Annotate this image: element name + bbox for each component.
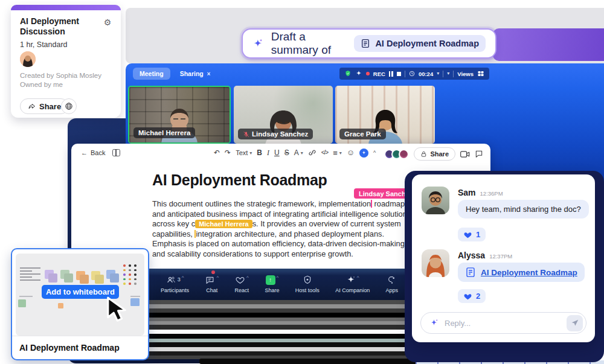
owned-by: Owned by me <box>20 80 101 89</box>
ai-sparkle-icon <box>361 150 367 156</box>
sticky-cluster-orange <box>76 271 85 280</box>
chevron-up-icon[interactable]: ^ <box>216 275 219 280</box>
video-tile-grace[interactable]: Grace Park <box>335 86 435 144</box>
security-shield-icon <box>344 70 352 77</box>
gear-icon[interactable]: ⚙ <box>100 15 115 30</box>
sketch-shape-orange <box>58 303 63 308</box>
avatar-portrait <box>422 249 449 277</box>
dot-voting-grid <box>123 264 137 285</box>
whiteboard-title: AI Deployment Roadmap <box>19 343 120 353</box>
strikethrough-button[interactable]: S <box>284 148 289 157</box>
control-chat[interactable]: ^ Chat <box>205 272 219 297</box>
ai-companion-sparkle-icon <box>346 275 356 285</box>
share-screen-icon: ↑ <box>266 275 275 285</box>
list-icon: ≡ <box>333 148 338 158</box>
chevron-down-icon: ▾ <box>339 150 342 156</box>
event-card-accent <box>11 5 121 10</box>
views-label[interactable]: Views <box>457 71 474 77</box>
chat-panel: Sam12:36PM Hey team, mind sharing the do… <box>412 174 595 342</box>
avatar-alyssa <box>422 249 449 277</box>
control-share[interactable]: ↑ ^ Share <box>265 272 279 297</box>
mini-doc-sketch <box>20 266 40 283</box>
control-host-tools[interactable]: Host tools <box>295 272 320 297</box>
underline-button[interactable]: U <box>274 148 280 157</box>
ai-companion-button[interactable] <box>359 148 368 158</box>
minimize-chevron-icon[interactable]: ▾ <box>447 71 449 76</box>
cursor-pointer-icon <box>105 296 128 324</box>
event-card: AI Deployment Discussion ⚙ 1 hr, Standar… <box>11 5 121 118</box>
collapse-toolbar-button[interactable]: ^ <box>373 150 376 156</box>
ai-prompt-pill[interactable]: Draft a summary of AI Deployment Roadmap <box>242 28 496 59</box>
lock-icon <box>420 151 427 158</box>
italic-button[interactable]: I <box>267 148 269 158</box>
prompt-doc-chip[interactable]: AI Deployment Roadmap <box>354 35 486 52</box>
participant-name-tag: Lindsay Sanchez <box>238 129 313 139</box>
tab-meeting[interactable]: Meeting <box>133 68 170 80</box>
chevron-up-icon[interactable]: ^ <box>277 275 279 280</box>
emoji-button[interactable]: ☺ <box>347 147 355 158</box>
font-color-dropdown[interactable]: A ▾ <box>294 148 303 157</box>
views-grid-icon[interactable] <box>477 70 484 77</box>
participants-icon <box>166 275 176 285</box>
doc-share-button[interactable]: Share <box>414 147 455 161</box>
comment-icon[interactable] <box>475 150 483 158</box>
chat-bubble-icon <box>205 275 215 285</box>
avatar <box>399 149 409 159</box>
stop-icon[interactable] <box>397 72 401 76</box>
shared-doc-chip[interactable]: AI Deployment Roadmap <box>458 263 585 282</box>
sketch-line <box>19 296 33 297</box>
control-apps[interactable]: Apps <box>386 272 399 297</box>
pause-icon[interactable] <box>389 71 393 77</box>
redo-button[interactable]: ↷ <box>225 147 231 158</box>
link-icon[interactable] <box>308 148 316 157</box>
code-button[interactable]: </> <box>321 147 328 158</box>
list-dropdown[interactable]: ≡ ▾ <box>333 148 342 158</box>
reaction-pill[interactable]: 1 <box>458 228 486 241</box>
doc-paragraph: This document outlines the strategic fra… <box>152 199 416 259</box>
tab-sharing[interactable]: Sharing × <box>180 70 211 77</box>
control-participants[interactable]: 3 ^ Participants <box>161 272 189 297</box>
control-ai-companion[interactable]: ^ AI Companion <box>335 272 370 297</box>
owner-avatar <box>20 51 36 67</box>
divider <box>12 336 148 336</box>
control-react[interactable]: ^ React <box>235 272 249 297</box>
event-meta: Created by Sophia Mosley Owned by me <box>20 71 101 89</box>
video-tile-michael[interactable]: Michael Herrera <box>128 86 231 144</box>
top-purple-band <box>493 28 604 61</box>
heart-outline-icon <box>235 275 245 285</box>
timer-chevron-icon[interactable]: ▾ <box>437 71 439 76</box>
doc-link[interactable]: AI Deployment Roadmap <box>481 268 577 277</box>
meeting-timer: 00:24 <box>419 71 433 77</box>
heart-icon <box>463 292 472 301</box>
back-button[interactable]: ← Back <box>81 149 105 156</box>
video-icon[interactable] <box>460 150 470 158</box>
reply-placeholder: Reply... <box>445 319 561 328</box>
collaborator-avatars <box>384 149 409 159</box>
send-button[interactable] <box>567 315 583 331</box>
video-tile-lindsay[interactable]: Lindsay Sanchez <box>234 86 333 144</box>
avatar-portrait <box>422 187 449 214</box>
sketch-shape-blue <box>130 298 140 306</box>
close-sharing-icon[interactable]: × <box>207 71 211 77</box>
apps-icon <box>387 275 397 285</box>
reply-input[interactable]: Reply... <box>420 312 586 334</box>
sketch-shape-green <box>18 299 26 307</box>
reaction-pill[interactable]: 2 <box>458 289 486 303</box>
chevron-up-icon[interactable]: ^ <box>357 275 359 280</box>
sticky-cluster-blue <box>106 270 115 279</box>
host-tools-shield-icon <box>303 275 312 285</box>
globe-button[interactable] <box>61 98 77 114</box>
event-title: AI Deployment Discussion <box>20 16 98 37</box>
bold-button[interactable]: B <box>257 148 262 157</box>
chevron-up-icon[interactable]: ^ <box>182 275 184 280</box>
created-by: Created by Sophia Mosley <box>20 71 101 80</box>
whiteboard-card[interactable]: Add to whiteboard AI Deployment Roadmap <box>11 248 149 360</box>
undo-button[interactable]: ↶ <box>214 147 220 158</box>
globe-icon <box>65 102 73 110</box>
collab-cursor-label-michael: Michael Herrera <box>195 220 252 228</box>
sidebar-toggle-icon[interactable] <box>112 149 120 156</box>
text-style-dropdown[interactable]: Text ▾ <box>236 149 252 156</box>
ai-sparkle-icon <box>355 70 362 77</box>
clock-icon <box>409 71 415 77</box>
chevron-up-icon[interactable]: ^ <box>246 275 249 280</box>
